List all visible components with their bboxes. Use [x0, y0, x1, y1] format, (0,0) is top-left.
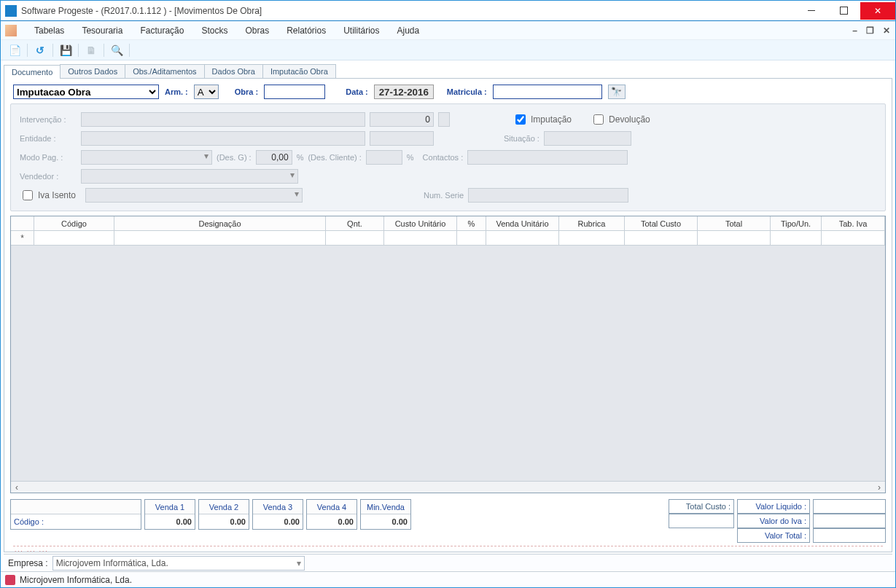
matricula-label: Matricula : [447, 87, 487, 96]
entidade-input[interactable] [81, 131, 365, 146]
col-tipoun[interactable]: Tipo/Un. [771, 216, 822, 230]
lines-grid[interactable]: Código Designação Qnt. Custo Unitário % … [10, 216, 886, 493]
total-custo-value [669, 514, 734, 528]
col-designacao[interactable]: Designação [114, 216, 326, 230]
status-icon [5, 575, 15, 585]
codigo-label: Código : [11, 514, 141, 529]
scroll-left-icon[interactable]: ‹ [11, 482, 23, 493]
mdi-minimize-icon[interactable]: – [850, 26, 860, 36]
document-tabs: Documento Outros Dados Obs./Aditamentos … [1, 60, 895, 78]
menu-stocks[interactable]: Stocks [192, 21, 236, 39]
intervencao-input[interactable] [81, 112, 365, 127]
mdi-restore-icon[interactable]: ❐ [864, 26, 876, 36]
scroll-right-icon[interactable]: › [873, 482, 885, 493]
doc-header-row: Imputacao Obra Arm. : A Obra : Data : Ma… [9, 83, 887, 103]
grid-body[interactable]: * [11, 231, 885, 481]
modopag-select[interactable]: ▾ [81, 150, 212, 165]
imputacao-checkbox[interactable]: Imputação [513, 112, 572, 127]
venda3-box: Venda 3 0.00 [252, 499, 303, 530]
intervencao-lookup[interactable] [438, 112, 450, 127]
col-rubrica[interactable]: Rubrica [559, 216, 625, 230]
new-doc-icon[interactable]: 📄 [7, 42, 23, 58]
undo-icon[interactable]: ↺ [32, 42, 48, 58]
chevron-down-icon: ▾ [297, 558, 301, 568]
tab-imputacao-obra[interactable]: Imputacão Obra [262, 64, 336, 78]
situacao-input[interactable] [544, 131, 631, 146]
separator-dots: ... ... ... [13, 546, 883, 552]
menu-facturacao[interactable]: Facturação [131, 21, 192, 39]
intervencao-num[interactable]: 0 [370, 112, 434, 127]
details-panel: Intervenção : 0 Imputação Devolução Enti… [10, 103, 886, 211]
search-matricula-icon[interactable]: 🔭 [608, 85, 626, 99]
close-button[interactable] [860, 2, 895, 20]
arm-label: Arm. : [165, 87, 188, 96]
row-marker: * [11, 231, 34, 245]
menu-relatorios[interactable]: Relatórios [278, 21, 335, 39]
ivaisento-checkbox[interactable]: Iva Isento [20, 188, 81, 203]
empresa-bar: Empresa : Microjovem Informática, Lda. ▾ [4, 554, 892, 571]
ivaisento-select[interactable]: ▾ [85, 188, 303, 203]
descg-label: (Des. G) : [217, 153, 252, 162]
vendedor-label: Vendedor : [20, 172, 77, 181]
doc-type-select[interactable]: Imputacao Obra [13, 85, 159, 99]
menu-tabelas[interactable]: Tabelas [26, 21, 73, 39]
ivaisento-check-input[interactable] [23, 190, 33, 200]
descg-input[interactable]: 0,00 [256, 150, 292, 165]
menu-tesouraria[interactable]: Tesouraria [73, 21, 131, 39]
tab-obs-aditamentos[interactable]: Obs./Aditamentos [125, 64, 204, 78]
entidade-label: Entidade : [20, 134, 77, 143]
imputacao-check-input[interactable] [515, 114, 526, 125]
desccliente-input[interactable] [366, 150, 402, 165]
contactos-input[interactable] [467, 150, 628, 165]
devolucao-checkbox[interactable]: Devolução [591, 112, 650, 127]
grid-hscroll[interactable]: ‹ › [11, 481, 885, 493]
obra-label: Obra : [235, 87, 258, 96]
col-qnt[interactable]: Qnt. [326, 216, 384, 230]
numserie-label: Num. Serie [424, 191, 464, 200]
maximize-button[interactable] [827, 2, 860, 20]
venda4-box: Venda 4 0.00 [306, 499, 357, 530]
vendedor-select[interactable]: ▾ [81, 169, 298, 184]
valor-liquido-label: Valor Liquido : [737, 499, 810, 514]
valor-iva-label: Valor do Iva : [737, 514, 810, 528]
tab-dados-obra[interactable]: Dados Obra [204, 64, 263, 78]
empresa-select[interactable]: Microjovem Informática, Lda. ▾ [52, 556, 305, 571]
menu-obras[interactable]: Obras [236, 21, 278, 39]
col-total[interactable]: Total [698, 216, 771, 230]
devolucao-check-input[interactable] [593, 114, 604, 125]
col-codigo[interactable]: Código [34, 216, 114, 230]
col-tabiva[interactable]: Tab. Iva [822, 216, 885, 230]
intervencao-label: Intervenção : [20, 115, 77, 124]
col-total-custo[interactable]: Total Custo [625, 216, 698, 230]
venda2-box: Venda 2 0.00 [198, 499, 249, 530]
matricula-input[interactable] [493, 85, 602, 99]
minimize-button[interactable] [795, 2, 827, 20]
statusbar: Microjovem Informática, Lda. [1, 571, 895, 587]
numserie-input[interactable] [468, 188, 628, 203]
desccliente-label: (Des. Cliente) : [308, 153, 361, 162]
mdi-controls: – ❐ ✕ [850, 26, 892, 36]
tab-documento[interactable]: Documento [4, 65, 61, 79]
situacao-label: Situação : [504, 134, 539, 143]
col-venda-unit[interactable]: Venda Unitário [486, 216, 559, 230]
tab-outros-dados[interactable]: Outros Dados [60, 64, 125, 78]
menu-ajuda[interactable]: Ajuda [389, 21, 429, 39]
data-label: Data : [346, 87, 368, 96]
menu-utilitarios[interactable]: Utilitários [335, 21, 388, 39]
entidade-extra[interactable] [370, 131, 434, 146]
minvenda-box: Min.Venda 0.00 [360, 499, 411, 530]
empresa-label: Empresa : [8, 558, 48, 568]
data-field[interactable] [374, 85, 434, 99]
grid-new-row[interactable]: * [11, 231, 885, 246]
modopag-label: Modo Pag. : [20, 153, 77, 162]
col-custo-unit[interactable]: Custo Unitário [384, 216, 457, 230]
search-icon[interactable]: 🔍 [109, 42, 125, 58]
col-pct[interactable]: % [457, 216, 486, 230]
app-icon [5, 5, 17, 17]
venda1-box: Venda 1 0.00 [144, 499, 195, 530]
status-text: Microjovem Informática, Lda. [20, 575, 132, 585]
pct2: % [407, 153, 414, 162]
arm-select[interactable]: A [194, 85, 219, 99]
mdi-close-icon[interactable]: ✕ [881, 26, 892, 36]
obra-input[interactable] [264, 85, 325, 99]
